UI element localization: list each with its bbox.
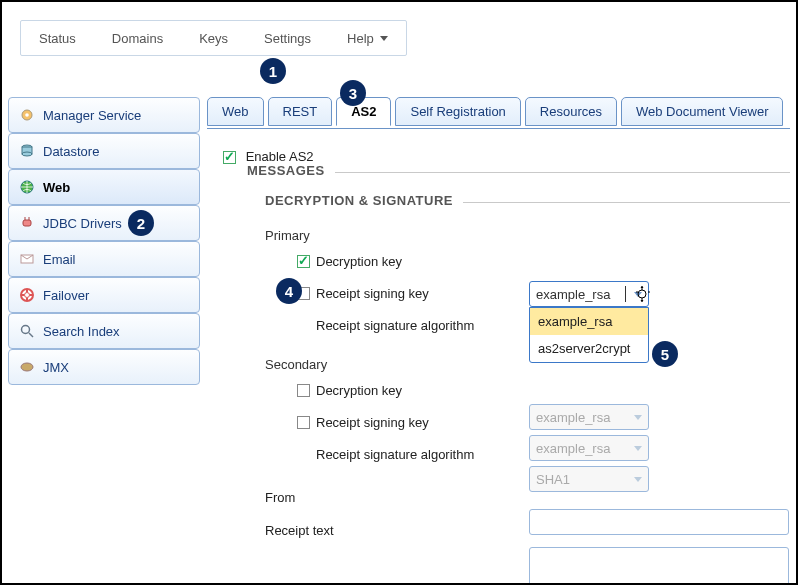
sidebar-item-label: Failover: [43, 288, 89, 303]
sidebar-item-datastore[interactable]: Datastore: [8, 133, 200, 169]
combo-value: SHA1: [536, 472, 570, 487]
decryption-key-label: Decryption key: [316, 383, 402, 398]
callout-4: 4: [276, 278, 302, 304]
menu-domains[interactable]: Domains: [94, 21, 181, 55]
sidebar-item-label: JDBC Drivers: [43, 216, 122, 231]
menu-settings[interactable]: Settings: [246, 21, 329, 55]
sidebar-item-label: Manager Service: [43, 108, 141, 123]
receipt-signing-key-label: Receipt signing key: [316, 415, 429, 430]
lifebuoy-icon: [19, 287, 35, 303]
svg-point-1: [25, 113, 29, 117]
mail-icon: [19, 251, 35, 267]
secondary-receipt-signing-checkbox[interactable]: [297, 416, 310, 429]
menu-status[interactable]: Status: [21, 21, 94, 55]
gear-icon: [19, 107, 35, 123]
svg-point-14: [21, 363, 33, 371]
primary-decryption-key-dropdown: example_rsa as2server2crypt: [529, 307, 649, 363]
database-icon: [19, 143, 35, 159]
svg-rect-6: [23, 220, 31, 226]
decryption-key-label: Decryption key: [316, 254, 402, 269]
combo-value: example_rsa: [536, 287, 610, 302]
tab-bar: Web REST AS2 Self Registration Resources…: [207, 97, 783, 126]
svg-point-12: [22, 326, 30, 334]
secondary-decryption-key-checkbox[interactable]: [297, 384, 310, 397]
enable-as2-label: Enable AS2: [246, 149, 314, 164]
sidebar: Manager Service Datastore Web JDBC Drive…: [8, 97, 200, 385]
chevron-down-icon: [634, 477, 642, 482]
plug-icon: [19, 215, 35, 231]
tab-rest[interactable]: REST: [268, 97, 333, 126]
menu-help[interactable]: Help: [329, 21, 406, 55]
decryption-signature-title: DECRYPTION & SIGNATURE: [265, 202, 790, 218]
combo-value: example_rsa: [536, 441, 610, 456]
enable-as2-checkbox[interactable]: [223, 151, 236, 164]
callout-3: 3: [340, 80, 366, 106]
receipt-sig-algo-label: Receipt signature algorithm: [316, 318, 474, 333]
tab-underline: [207, 128, 790, 129]
content-area: Enable AS2 MESSAGES DECRYPTION & SIGNATU…: [207, 137, 790, 577]
messages-section-title: MESSAGES: [247, 172, 790, 188]
primary-decryption-key-row: Decryption key: [297, 247, 790, 275]
sidebar-item-jmx[interactable]: JMX: [8, 349, 200, 385]
primary-decryption-key-combo[interactable]: example_rsa: [529, 281, 649, 307]
chevron-down-icon: [634, 446, 642, 451]
sidebar-item-email[interactable]: Email: [8, 241, 200, 277]
sidebar-item-label: Email: [43, 252, 76, 267]
svg-point-11: [25, 293, 30, 298]
callout-5: 5: [652, 341, 678, 367]
dropdown-option[interactable]: example_rsa: [530, 308, 648, 335]
sidebar-item-web[interactable]: Web: [8, 169, 200, 205]
sidebar-item-label: JMX: [43, 360, 69, 375]
receipt-text-input[interactable]: [529, 547, 789, 585]
sidebar-item-failover[interactable]: Failover: [8, 277, 200, 313]
receipt-sig-algo-label: Receipt signature algorithm: [316, 447, 474, 462]
sidebar-item-label: Search Index: [43, 324, 120, 339]
sidebar-item-label: Web: [43, 180, 70, 195]
primary-decryption-key-checkbox[interactable]: [297, 255, 310, 268]
chevron-down-icon: [634, 292, 642, 297]
svg-line-13: [29, 333, 33, 337]
dropdown-option[interactable]: as2server2crypt: [530, 335, 648, 362]
search-icon: [19, 323, 35, 339]
top-menu: Status Domains Keys Settings Help: [20, 20, 407, 56]
secondary-receipt-signing-key-combo[interactable]: example_rsa: [529, 435, 649, 461]
tab-web-document-viewer[interactable]: Web Document Viewer: [621, 97, 783, 126]
combo-value: example_rsa: [536, 410, 610, 425]
tab-web[interactable]: Web: [207, 97, 264, 126]
secondary-group-label: Secondary: [265, 357, 790, 372]
sidebar-item-jdbc-drivers[interactable]: JDBC Drivers: [8, 205, 200, 241]
caret-down-icon: [380, 36, 388, 41]
globe-icon: [19, 179, 35, 195]
callout-1: 1: [260, 58, 286, 84]
from-input[interactable]: [529, 509, 789, 535]
tab-self-registration[interactable]: Self Registration: [395, 97, 520, 126]
secondary-decryption-key-row: Decryption key: [297, 376, 790, 404]
svg-point-4: [22, 152, 32, 156]
bean-icon: [19, 359, 35, 375]
callout-2: 2: [128, 210, 154, 236]
menu-keys[interactable]: Keys: [181, 21, 246, 55]
primary-group-label: Primary: [265, 228, 790, 243]
secondary-decryption-key-combo[interactable]: example_rsa: [529, 404, 649, 430]
sidebar-item-search-index[interactable]: Search Index: [8, 313, 200, 349]
chevron-down-icon: [634, 415, 642, 420]
sidebar-item-manager-service[interactable]: Manager Service: [8, 97, 200, 133]
sidebar-item-label: Datastore: [43, 144, 99, 159]
enable-as2-row: Enable AS2: [223, 149, 790, 164]
secondary-receipt-sig-algo-combo[interactable]: SHA1: [529, 466, 649, 492]
from-label: From: [265, 490, 790, 505]
receipt-signing-key-label: Receipt signing key: [316, 286, 429, 301]
tab-resources[interactable]: Resources: [525, 97, 617, 126]
